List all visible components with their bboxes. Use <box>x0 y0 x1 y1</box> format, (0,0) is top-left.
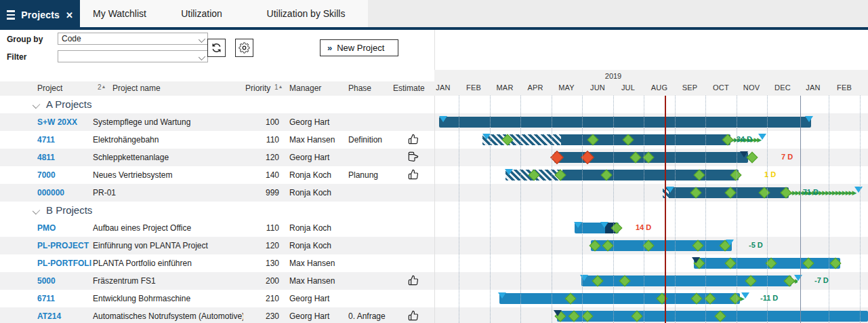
estimate-thumb-up-icon[interactable] <box>393 169 434 182</box>
project-manager: Max Hansen <box>289 259 348 268</box>
date-marker-triangle <box>554 310 562 316</box>
milestone-diamond[interactable] <box>747 152 758 164</box>
date-marker-triangle <box>740 151 748 157</box>
date-marker-triangle <box>505 169 513 175</box>
project-name: Aufbau eines Project Office <box>93 223 243 233</box>
estimate-thumb-up-icon[interactable] <box>393 310 434 323</box>
gantt-month-label: NOV <box>743 83 760 92</box>
buffer-days-label: -11 D <box>760 294 778 302</box>
gantt-bar[interactable] <box>439 117 811 128</box>
project-code-link[interactable]: PL-PORTFOLIO <box>37 259 91 268</box>
project-code-link[interactable]: PL-PROJECT <box>37 241 91 250</box>
refresh-icon <box>211 42 222 54</box>
col-project-sort[interactable]: 2▲ <box>98 83 106 91</box>
project-name: PLANTA Portfolio einführen <box>93 259 243 268</box>
col-project-name[interactable]: Project name <box>112 83 161 93</box>
project-manager: Georg Hart <box>289 294 348 303</box>
project-name: Neues Vertriebsystem <box>93 170 243 180</box>
project-code-link[interactable]: PMO <box>37 223 91 233</box>
chevron-down-icon <box>199 54 205 60</box>
tab-my-watchlist[interactable]: My Watchlist <box>80 0 159 27</box>
group-by-label: Group by <box>7 35 43 44</box>
estimate-thumb-up-icon[interactable] <box>393 275 434 288</box>
gantt-month-label: MAY <box>558 83 575 92</box>
gantt-row: -5 D <box>434 237 868 254</box>
project-priority: 140 <box>245 170 279 180</box>
buffer-days-label: 1 D <box>764 170 776 178</box>
gantt-month-label: FEB <box>466 83 481 92</box>
project-priority: 130 <box>245 259 279 268</box>
date-marker-triangle <box>758 134 766 140</box>
project-code-link[interactable]: S+W 20XX <box>37 117 91 127</box>
chevron-down-icon[interactable] <box>33 207 40 214</box>
chevron-down-icon[interactable] <box>33 101 40 109</box>
filter-select[interactable] <box>58 50 208 62</box>
project-manager: Georg Hart <box>289 153 348 162</box>
tab-close-icon[interactable]: ✕ <box>66 10 73 20</box>
project-priority: 200 <box>245 276 279 286</box>
date-marker-triangle <box>574 222 582 228</box>
refresh-button[interactable] <box>207 39 226 57</box>
project-code-link[interactable]: 6711 <box>37 294 91 303</box>
project-priority: 110 <box>245 135 279 145</box>
gear-icon <box>239 42 250 54</box>
project-manager: Ronja Koch <box>289 241 348 250</box>
group-by-select[interactable]: Code <box>58 33 208 45</box>
new-project-button[interactable]: » New Project <box>320 39 398 56</box>
col-priority-sort[interactable]: 1▲ <box>274 83 283 91</box>
gantt-month-label: MAR <box>496 83 513 92</box>
project-manager: Max Hansen <box>289 276 348 286</box>
col-priority[interactable]: Priority <box>245 83 270 93</box>
project-code-link[interactable]: AT214 <box>37 311 91 321</box>
tab-bar-filler <box>368 0 868 27</box>
gantt-bar[interactable] <box>557 311 868 322</box>
date-marker-triangle <box>726 240 734 246</box>
gantt-row <box>434 113 868 131</box>
date-marker-triangle <box>600 222 608 228</box>
gantt-month-label: AUG <box>651 83 667 92</box>
gantt-bar[interactable] <box>581 276 791 286</box>
gantt-row: 1 D <box>434 166 868 184</box>
tab-projects-label: Projects <box>21 10 60 20</box>
date-marker-triangle <box>741 292 749 299</box>
project-name: Elektrohängebahn <box>93 135 243 145</box>
date-marker-triangle <box>692 257 700 263</box>
gantt-month-label: JAN <box>806 83 820 92</box>
gantt-month-label: JUN <box>590 83 605 92</box>
gantt-month-label: FEB <box>837 83 852 92</box>
col-manager[interactable]: Manager <box>289 83 321 93</box>
project-phase: 0. Anfrage <box>348 311 392 321</box>
project-code-link[interactable]: 7000 <box>37 170 91 180</box>
table-header: Project 2▲ Project name Priority 1▲ Mana… <box>0 81 434 96</box>
hamburger-menu-icon[interactable] <box>7 10 15 20</box>
project-priority: 999 <box>245 188 279 197</box>
chevron-down-icon <box>199 36 205 43</box>
project-code-link[interactable]: 4711 <box>37 135 91 145</box>
project-code-link[interactable]: 4811 <box>37 153 91 162</box>
buffer-days-label: -71 D <box>800 188 819 196</box>
settings-button[interactable] <box>235 39 253 57</box>
estimate-thumb-side-icon[interactable] <box>393 151 434 164</box>
project-code-link[interactable]: 000000 <box>37 188 91 197</box>
project-code-link[interactable]: 5000 <box>37 276 91 286</box>
col-phase[interactable]: Phase <box>348 83 371 93</box>
project-name: Systempflege und Wartung <box>93 117 243 127</box>
col-estimate[interactable]: Estimate <box>393 83 425 93</box>
sort-asc-icon: ▲ <box>102 84 106 89</box>
gantt-month-label: JAN <box>436 83 450 92</box>
sort-asc-icon: ▲ <box>278 84 283 89</box>
tab-utilization-by-skills[interactable]: Utilization by Skills <box>244 0 368 27</box>
estimate-thumb-up-icon[interactable] <box>393 134 434 147</box>
gantt-year-label: 2019 <box>605 72 621 80</box>
double-chevron-icon: » <box>327 43 331 53</box>
project-priority: 120 <box>245 241 279 250</box>
project-manager: Max Hansen <box>289 135 348 145</box>
group-by-value: Code <box>62 34 81 43</box>
buffer-days-label: -5 D <box>749 241 763 249</box>
date-marker-triangle <box>854 187 863 193</box>
col-project[interactable]: Project <box>37 83 62 93</box>
gantt-row: ▶▶-7 D <box>434 272 868 290</box>
tab-projects-active[interactable]: Projects ✕ <box>0 0 80 30</box>
tab-utilization[interactable]: Utilization <box>159 0 244 27</box>
gantt-row: ▶▶▶▶▶▶▶▶▶▶▶▶▶▶▶▶▶▶▶▶-71 D <box>434 184 868 202</box>
